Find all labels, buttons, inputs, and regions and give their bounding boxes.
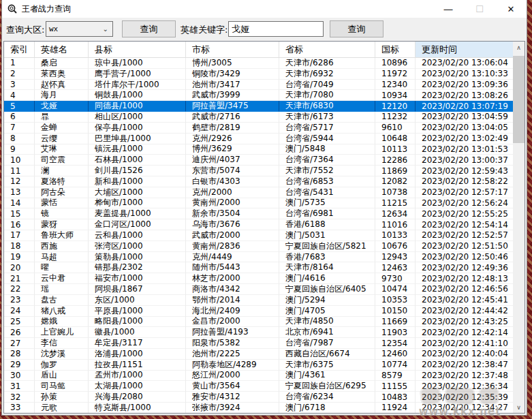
table-row[interactable]: 15镜麦盖提县/1000新余市/3504台湾省/6981126342023/02…: [4, 208, 513, 219]
table-row[interactable]: 31司马懿太湖县/1000黄山市/3564宁夏回族自治区/62951115520…: [4, 381, 513, 392]
column-header-province[interactable]: 省标: [279, 42, 375, 58]
minimize-icon[interactable]: —: [433, 0, 464, 18]
scrollbar-thumb[interactable]: [513, 56, 525, 143]
cell-updated: 2023/02/20 12:38:47: [416, 360, 513, 371]
cell-national: 11869: [375, 166, 416, 176]
cell-province: 天津市/6932: [279, 69, 375, 80]
cell-national: 10738: [375, 187, 416, 198]
table-row[interactable]: 25嫦娥略阳县/1000金昌市/2000天津市/4850116692023/02…: [4, 317, 513, 328]
table-row[interactable]: 23盘古东区/1000鄂州市/2014澳门/5294103532023/02/2…: [4, 295, 513, 306]
query-toolbar: 查询大区: wx ⌄ 查询 英雄关键字: 查询: [2, 18, 527, 41]
cell-city: 克州/2926: [186, 134, 279, 144]
table-row[interactable]: 7金蝉保亭县/1000鹤壁市/2819台湾省/571796102023/02/2…: [4, 123, 513, 134]
table-row[interactable]: 28沈梦溪洛浦县/1000池州市/2225西藏自治区/6674124602023…: [4, 349, 513, 360]
cell-province: 台湾省/5944: [279, 134, 375, 144]
cell-hero: 元歌: [35, 403, 89, 413]
cell-hero: 镜: [35, 208, 89, 219]
cell-hero: 海月: [35, 90, 89, 101]
cell-updated: 2023/02/20 12:35:39: [416, 392, 513, 403]
table-row[interactable]: 14蒙恬桦甸市/1000黄南州/2000澳门/5735112152023/02/…: [4, 198, 513, 209]
cell-hero: 马超: [35, 252, 89, 263]
scroll-up-icon[interactable]: ∧: [513, 42, 525, 53]
table-row[interactable]: 13阿古朵大埔区/1000克州/2000台湾省/5431107382023/02…: [4, 187, 513, 198]
table-row[interactable]: 20曜错那县/2302随州市/5443天津市/8164124632023/02/…: [4, 262, 513, 273]
table-row[interactable]: 24猪八戒平原县/1000海北州/2409澳门/4705101502023/02…: [4, 306, 513, 317]
table-row[interactable]: 19马超策勒县/1000克州/4449香港/7683129432023/02/2…: [4, 252, 513, 263]
table-row[interactable]: 21云中君福安市/1000林芝市/2000澳门/461697302023/02/…: [4, 273, 513, 284]
cell-hero: 孙策: [35, 392, 89, 403]
cell-updated: 2023/02/20 13:06:04: [416, 58, 513, 69]
column-header-updated[interactable]: 更新时间: [416, 42, 513, 58]
cell-index: 7: [4, 123, 35, 134]
cell-city: 乌海市/3676: [186, 219, 279, 230]
cell-index: 8: [4, 134, 35, 144]
table-row[interactable]: 32孙策兴海县/2080雅安市/4312台湾省/6234104832023/02…: [4, 392, 513, 403]
table-row[interactable]: 5戈娅同德县/1000阿拉善盟/3475天津市/6830121202023/02…: [4, 101, 513, 112]
table-row[interactable]: 10司空震石林县/1000迪庆州/4037台湾省/7364122862023/0…: [4, 155, 513, 166]
close-icon[interactable]: ✕: [495, 0, 527, 18]
cell-city: 随州市/5443: [186, 262, 279, 273]
cell-national: 10133: [375, 230, 416, 241]
cell-hero: 云缨: [35, 134, 89, 144]
cell-province: 澳门/5848: [279, 144, 375, 155]
cell-county: 铜鼓县/1000: [89, 90, 186, 101]
cell-hero: 澜: [35, 166, 89, 176]
table-row[interactable]: 6暃相山区/1000武威市/2716天津市/6173112322023/02/2…: [4, 112, 513, 123]
scrollbar-track[interactable]: [513, 53, 525, 401]
table-row[interactable]: 12夏洛特新和县/1000白银市/4303台湾省/6853120822023/0…: [4, 176, 513, 187]
cell-hero: 伽罗: [35, 360, 89, 371]
vertical-scrollbar[interactable]: ∧ ∨: [513, 42, 525, 413]
table-row[interactable]: 26上官婉儿徽县/1000阿拉善盟/4193北京市/6941119032023/…: [4, 327, 513, 338]
table-row[interactable]: 27李信牟定县/3117阳泉市/5382台湾省/7987123542023/02…: [4, 338, 513, 349]
cell-hero: 盘古: [35, 295, 89, 306]
cell-city: 武威市/2716: [186, 112, 279, 123]
cell-index: 11: [4, 166, 35, 176]
cell-index: 22: [4, 284, 35, 295]
table-row[interactable]: 1桑启琼中县/1000博州/3005天津市/6286108962023/02/2…: [4, 58, 513, 69]
hero-keyword-input[interactable]: [228, 21, 324, 37]
cell-city: 阳泉市/5382: [186, 338, 279, 349]
region-query-button[interactable]: 查询: [122, 20, 176, 37]
column-header-hero[interactable]: 英雄名: [35, 42, 89, 58]
table-row[interactable]: 4海月铜鼓县/1000武威市/3999天津市/7080109342023/02/…: [4, 90, 513, 101]
table-row[interactable]: 3赵怀真塔什库尔干/1000池州市/3417台湾省/7049123402023/…: [4, 80, 513, 91]
cell-hero: 曜: [35, 262, 89, 273]
table-row[interactable]: 16蒙犽金口河区/1000乌海市/3676香港/6188110162023/02…: [4, 219, 513, 230]
cell-updated: 2023/02/20 12:37:48: [416, 371, 513, 382]
cell-hero: 盾山: [35, 371, 89, 382]
cell-province: 香港/6188: [279, 219, 375, 230]
column-header-city[interactable]: 市标: [186, 42, 279, 58]
scroll-down-icon[interactable]: ∨: [513, 401, 525, 413]
table-row[interactable]: 29伽罗拉孜县/1151阿勒泰地区/4289天津市/6375107742023/…: [4, 360, 513, 371]
cell-updated: 2023/02/20 12:44:42: [416, 306, 513, 317]
table-row[interactable]: 17鲁班大师云和县/1000武威市/2000澳门/5031101332023/0…: [4, 230, 513, 241]
cell-national: 12354: [375, 338, 416, 349]
cell-province: 宁夏回族自治区/6405: [279, 284, 375, 295]
table-row[interactable]: 2莱西奥鹰手营子/1000铜陵市/3429天津市/6932119722023/0…: [4, 69, 513, 80]
keyword-query-button[interactable]: 查询: [330, 20, 384, 37]
region-select[interactable]: wx ⌄: [46, 21, 113, 37]
column-header-national[interactable]: 国标: [375, 42, 416, 58]
cell-national: 11215: [375, 198, 416, 209]
table-row[interactable]: 33元歌特克斯县/1000张掖市/3924澳门/6718119242023/02…: [4, 403, 513, 413]
table-row[interactable]: 8云缨巴里坤县/1000克州/2926台湾省/5944106482023/02/…: [4, 134, 513, 144]
cell-city: 商洛市/4342: [186, 284, 279, 295]
cell-index: 18: [4, 241, 35, 252]
cell-province: 天津市/6286: [279, 58, 375, 69]
table-row[interactable]: 11澜剑川县/1526东营市/5074天津市/7552118692023/02/…: [4, 166, 513, 176]
table-row[interactable]: 22瑶阿坝县/1867商洛市/4342宁夏回族自治区/6405104742023…: [4, 284, 513, 295]
cell-index: 15: [4, 208, 35, 219]
column-header-index[interactable]: 索引: [4, 42, 35, 58]
cell-city: 黄南州/2836: [186, 241, 279, 252]
table-row[interactable]: 9艾琳镇沅县/1000博州/3629澳门/5848101132023/02/20…: [4, 144, 513, 155]
cell-hero: 瑶: [35, 284, 89, 295]
cell-index: 32: [4, 392, 35, 403]
table-row[interactable]: 30盾山孟州市/1000怒江州/2000澳门/436185792023/02/2…: [4, 371, 513, 382]
table-row[interactable]: 18西施张湾区/1000黄南州/2836宁夏回族自治区/582110676202…: [4, 241, 513, 252]
cell-province: 澳门/5735: [279, 198, 375, 209]
cell-province: 台湾省/6853: [279, 176, 375, 187]
column-header-county[interactable]: 县标: [89, 42, 186, 58]
cell-updated: 2023/02/20 12:49:36: [416, 262, 513, 273]
cell-updated: 2023/02/20 13:04:05: [416, 123, 513, 134]
cell-updated: 2023/02/20 12:57:17: [416, 187, 513, 198]
